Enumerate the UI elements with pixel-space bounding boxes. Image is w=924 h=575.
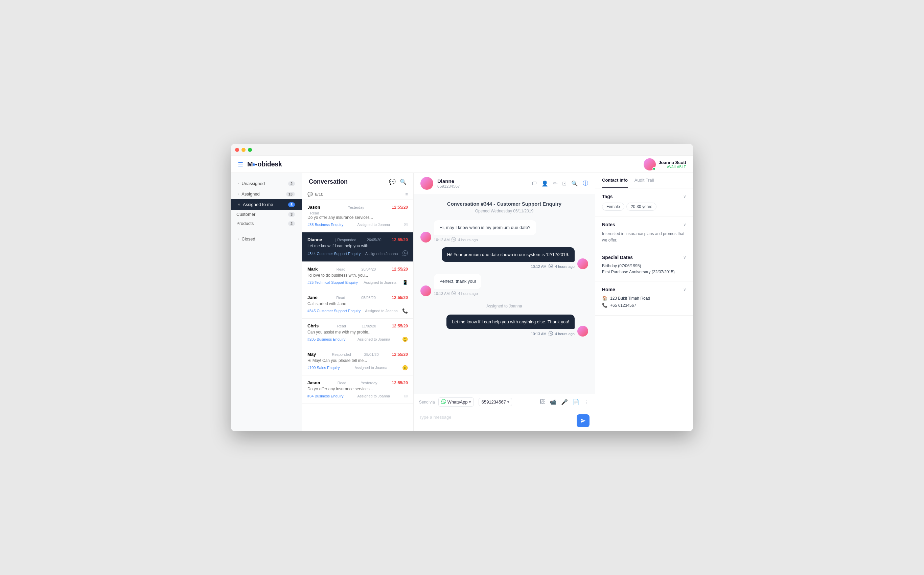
sidebar-item-unassigned[interactable]: › Unassigned 2 — [231, 178, 302, 189]
chevron-down-icon: ∨ — [683, 222, 686, 227]
assigned-badge: 13 — [286, 192, 295, 197]
msg-meta: 10:12 AM 4 hours ago — [442, 264, 575, 269]
conv-list-actions: 💬 🔍 — [389, 179, 406, 185]
conv-assigned: Assigned to Joanna — [365, 252, 398, 256]
msg-avatar — [421, 286, 431, 296]
send-via-dropdown[interactable]: WhatsApp ▾ — [438, 397, 474, 407]
maximize-button[interactable] — [248, 148, 252, 152]
menu-icon[interactable]: ☰ — [238, 160, 243, 168]
conv-date: 05/03/20 — [361, 295, 376, 300]
phone-icon: 📞 — [602, 303, 607, 308]
mic-icon[interactable]: 🎤 — [561, 399, 568, 405]
conv-item[interactable]: Jason Yesterday 12:55/20 Read Do yo offe… — [302, 200, 413, 232]
minimize-button[interactable] — [241, 148, 246, 152]
sidebar-item-products[interactable]: Products 2 — [231, 219, 302, 228]
assigned-banner-text: Assigned to Joanna — [486, 304, 522, 308]
tab-audit-trail[interactable]: Audit Trail — [635, 173, 654, 188]
notes-section-header[interactable]: Notes ∨ — [602, 222, 686, 227]
msg-bubble: Let me know if I can help you with anyth… — [446, 315, 575, 329]
sidebar-item-closed[interactable]: › Closed — [231, 234, 302, 244]
tag-chip[interactable]: Female — [602, 203, 624, 211]
message-row: Let me know if I can help you with anyth… — [421, 315, 588, 337]
conv-item[interactable]: May Responded 28/01/20 12:55/20 Hi May! … — [302, 347, 413, 375]
conv-tag: #205 Business Enquiry — [308, 337, 346, 341]
conv-subtitle: Opened Wednesday 06/11/2019 — [421, 209, 588, 213]
search-icon[interactable]: 🔍 — [571, 180, 578, 187]
conv-item[interactable]: Jane Read 05/03/20 12:55/20 Call started… — [302, 290, 413, 319]
conv-assigned: Assigned to Joanna — [354, 365, 387, 370]
message-input[interactable] — [419, 415, 573, 427]
contact-section-notes: Notes ∨ Interested in insurance plans an… — [595, 216, 693, 249]
conv-item[interactable]: Mark Read 20/04/20 12:55/20 I'd love to … — [302, 262, 413, 290]
conv-status: Responded — [332, 353, 351, 356]
conv-date: 11/02/20 — [362, 324, 376, 328]
conv-item[interactable]: Chris Read 11/02/20 12:55/20 Can you ass… — [302, 319, 413, 347]
conversation-list: Conversation 💬 🔍 💬 6/10 ≡ Jason — [302, 173, 414, 431]
conv-list-title: Conversation — [309, 178, 348, 185]
close-button[interactable] — [235, 148, 239, 152]
notes-title: Notes — [602, 222, 615, 227]
conv-time: 12:55/20 — [392, 324, 408, 329]
chevron-down-icon: ∨ — [683, 255, 686, 260]
sidebar-item-customer[interactable]: Customer 3 — [231, 210, 302, 219]
msg-ago: 4 hours ago — [555, 332, 575, 336]
sidebar-item-assigned-to-me[interactable]: ∨ Assigned to me 5 — [231, 199, 302, 210]
tags-section-header[interactable]: Tags ∨ — [602, 194, 686, 199]
tag-chip[interactable]: 20-30 years — [626, 203, 656, 211]
compose-icon[interactable]: 💬 — [389, 179, 396, 185]
contact-panel: Contact Info Audit Trail Tags ∨ Female 2… — [595, 173, 693, 431]
products-badge: 2 — [288, 221, 295, 226]
edit-icon[interactable]: ✏ — [553, 180, 557, 187]
title-bar — [231, 144, 693, 156]
contact-section-home: Home ∨ 🏠 123 Bukit Timah Road 📞 +65 6123… — [595, 281, 693, 316]
send-button[interactable] — [577, 415, 589, 427]
sidebar-item-assigned[interactable]: › Assigned 13 — [231, 189, 302, 199]
more-icon[interactable]: ⋮ — [584, 399, 589, 405]
whatsapp-icon — [451, 237, 456, 243]
screen-icon[interactable]: ⊡ — [562, 180, 567, 187]
label-icon[interactable]: 🏷 — [531, 180, 537, 186]
file-icon[interactable]: 📄 — [573, 399, 579, 405]
chevron-down-icon: ▾ — [469, 400, 471, 404]
special-dates-title: Special Dates — [602, 255, 633, 260]
sidebar-item-label: Unassigned — [241, 181, 265, 186]
whatsapp-icon — [451, 291, 456, 296]
conv-preview: Do yo offer any insurance services... — [308, 387, 408, 391]
conv-status: Read — [337, 324, 346, 328]
nav-left: ☰ Mobidesk — [238, 160, 282, 168]
info-icon[interactable]: ⓘ — [583, 180, 588, 187]
assign-icon[interactable]: 👤 — [541, 180, 548, 187]
conv-date: 28/01/20 — [364, 353, 379, 356]
chat-header-actions: 🏷 👤 ✏ ⊡ 🔍 ⓘ — [531, 180, 588, 187]
conv-preview: Call started with Jane — [308, 301, 408, 306]
filter-icon[interactable]: ≡ — [405, 192, 408, 197]
image-icon[interactable]: 🖼 — [540, 399, 545, 405]
msg-time: 10:13 AM — [434, 292, 449, 295]
user-profile[interactable]: Joanna Scott AVAILABLE — [644, 158, 686, 170]
tab-contact-info[interactable]: Contact Info — [602, 173, 628, 188]
conv-date: Yesterday — [361, 381, 378, 385]
conv-tag: #88 Business Enquiry — [308, 222, 343, 227]
msg-text: Perfect, thank you! — [439, 279, 476, 284]
user-status: AVAILABLE — [659, 165, 686, 169]
video-icon[interactable]: 📹 — [549, 399, 556, 405]
home-phone-item: 📞 +65 61234567 — [602, 303, 686, 308]
conv-filter-bar: 💬 6/10 ≡ — [302, 189, 413, 200]
chevron-down-icon: ∨ — [238, 203, 240, 206]
email-icon: ✉ — [404, 393, 408, 399]
sidebar-item-label: Closed — [241, 237, 255, 241]
conv-item[interactable]: Dianne | Responded 26/05/20 12:55/20 Let… — [302, 232, 413, 262]
message-row: Hi, may I know when is my premium due da… — [421, 220, 588, 243]
phone-dropdown[interactable]: 6591234567 ▾ — [479, 398, 512, 406]
special-dates-header[interactable]: Special Dates ∨ — [602, 255, 686, 260]
home-section-header[interactable]: Home ∨ — [602, 287, 686, 292]
msg-text: Hi! Your premium due date shown in our s… — [447, 252, 569, 257]
search-icon[interactable]: 🔍 — [400, 179, 406, 185]
phone-icon: 📱 — [402, 280, 408, 285]
chat-area: Dianne 6591234567 🏷 👤 ✏ ⊡ 🔍 ⓘ Conversati… — [414, 173, 595, 431]
conv-sender-name: May — [308, 352, 316, 357]
msg-time: 10:12 AM — [434, 238, 449, 242]
chevron-down-icon: ▾ — [507, 400, 509, 404]
conv-item[interactable]: Jason Read Yesterday 12:55/20 Do yo offe… — [302, 375, 413, 404]
tags-title: Tags — [602, 194, 613, 199]
